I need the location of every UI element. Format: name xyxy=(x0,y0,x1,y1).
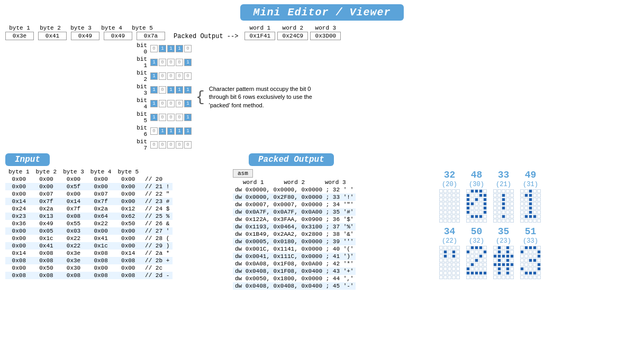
glyph-pixel xyxy=(497,275,501,279)
table-row: 0x080x080x080x080x08// 2d - xyxy=(5,272,173,279)
byte-cell: 0x50 xyxy=(114,220,142,227)
bit-row: bit 001110 xyxy=(132,42,192,55)
glyph-pixel xyxy=(483,219,487,223)
glyph-pixel xyxy=(479,271,483,275)
glyph-pixel xyxy=(529,267,532,271)
glyph-number: 51 xyxy=(525,227,537,236)
glyph-pixel xyxy=(493,263,497,266)
bit-cell: 0 xyxy=(159,114,166,121)
glyph-pixel xyxy=(493,275,497,279)
table-row: 0x230x130x080x640x62// 25 % xyxy=(5,213,173,220)
glyph-pixel xyxy=(533,193,537,197)
glyph-pixel xyxy=(475,210,478,214)
byte-val-5: 0x7a xyxy=(137,32,165,40)
glyph-pixel xyxy=(439,206,443,210)
glyph-pixel xyxy=(510,219,514,223)
glyph-pixel xyxy=(466,267,470,271)
glyph-pixel xyxy=(479,219,483,223)
bit-row: bit 110001 xyxy=(132,56,192,69)
glyph-pixel xyxy=(456,198,460,201)
byte-cell: 0x00 xyxy=(114,235,142,242)
glyph-pixel xyxy=(479,198,483,201)
glyph-pixel xyxy=(529,254,532,258)
glyph-pixel xyxy=(537,189,541,193)
packed-arrow-label: Packed Output --> xyxy=(174,33,238,40)
packed-row: dw 0x1B49, 0x2AA2, 0x2800 ; 38 '&' xyxy=(233,231,356,238)
packed-col-word1: word 1 xyxy=(233,179,274,186)
glyph-pixel xyxy=(533,267,537,271)
byte-cell: 0x00 xyxy=(5,242,33,250)
glyph-pixel xyxy=(493,215,497,218)
glyph-pixel xyxy=(439,267,443,271)
glyph-pixel xyxy=(479,215,483,218)
table-row: 0x000x1c0x220x410x00// 28 ( xyxy=(5,235,173,242)
byte-val-1: 0x3e xyxy=(5,32,34,40)
byte-cell: 0x1c xyxy=(33,235,60,242)
glyph-pixel xyxy=(524,275,528,279)
glyph-pixel xyxy=(510,259,514,262)
glyph-pixel xyxy=(524,198,528,201)
glyph-number: 48 xyxy=(471,170,483,180)
byte-cell: 0x00 xyxy=(114,264,142,272)
byte-cell: 0x41 xyxy=(33,242,60,250)
byte-cell: 0x7f xyxy=(60,205,87,213)
byte-cell: 0x00 xyxy=(87,264,115,272)
table-row: 0x140x080x3e0x080x14// 2a * xyxy=(5,250,173,257)
input-table: byte 1 byte 2 byte 3 byte 4 byte 5 0x000… xyxy=(5,168,173,279)
glyph-pixel xyxy=(529,198,532,201)
glyph-pixel xyxy=(456,275,460,279)
bit-grid: bit 001110bit 110001bit 210000bit 310111… xyxy=(132,42,192,152)
glyph-pixel xyxy=(506,198,510,201)
packed-row: dw 0x1193, 0x0464, 0x3100 ; 37 '%' xyxy=(233,223,356,231)
glyph-pixel xyxy=(475,219,478,223)
glyph-pixel xyxy=(520,254,524,258)
byte-cell: 0x00 xyxy=(114,227,142,235)
asm-tab[interactable]: asm xyxy=(233,169,253,178)
glyph-pixel xyxy=(506,219,510,223)
glyph-pixel xyxy=(533,250,537,254)
glyph-pixel xyxy=(502,275,505,279)
glyph-pixel xyxy=(443,254,447,258)
glyph-pixel xyxy=(443,198,447,201)
glyph-pixel xyxy=(497,250,501,254)
glyph-pixel xyxy=(443,275,447,279)
glyph-pixel xyxy=(466,189,470,193)
byte-cell: 0x24 xyxy=(5,205,33,213)
comment-cell: // 2a * xyxy=(142,250,173,257)
glyph-pixel xyxy=(510,206,514,210)
glyph-pixel xyxy=(520,206,524,210)
table-row: dw 0x0050, 0x1800, 0x0000 ; 44 ',' xyxy=(233,275,356,282)
byte-cell: 0x08 xyxy=(114,272,142,279)
glyph-pixel xyxy=(456,250,460,254)
glyph-pixel xyxy=(456,210,460,214)
glyph-pixel xyxy=(483,246,487,250)
glyph-pixel xyxy=(456,259,460,262)
glyph-pixel xyxy=(439,215,443,218)
glyph-pixel xyxy=(452,210,456,214)
bit-cell: 0 xyxy=(176,59,183,66)
glyph-pixel xyxy=(520,250,524,254)
byte-cell: 0x00 xyxy=(60,176,87,183)
glyph-pixel xyxy=(452,219,456,223)
bit-cell: 0 xyxy=(159,86,166,94)
table-row: dw 0x0007, 0x0007, 0x0000 ; 34 '"' xyxy=(233,201,356,208)
glyph-pixel xyxy=(479,259,483,262)
glyph-pixel xyxy=(448,219,451,223)
bit-cell: 1 xyxy=(159,127,166,135)
glyph-pixel xyxy=(510,215,514,218)
comment-cell: // 2d - xyxy=(142,272,173,279)
glyph-pixel xyxy=(529,210,532,214)
comment-cell: // 25 % xyxy=(142,213,173,220)
byte-label-5: byte 5 xyxy=(128,25,157,31)
glyph-pixel xyxy=(448,250,451,254)
glyph-pixel xyxy=(537,206,541,210)
glyph-item: 33(21) xyxy=(493,170,514,223)
glyph-pixel xyxy=(479,189,483,193)
glyph-item: 51(33) xyxy=(520,227,541,279)
glyph-pixel xyxy=(537,198,541,201)
bit-cell: 1 xyxy=(176,45,183,52)
comment-cell: // 27 ' xyxy=(142,227,173,235)
byte-cell: 0x08 xyxy=(5,257,33,264)
glyph-pixel xyxy=(479,193,483,197)
glyph-pixel xyxy=(537,202,541,206)
